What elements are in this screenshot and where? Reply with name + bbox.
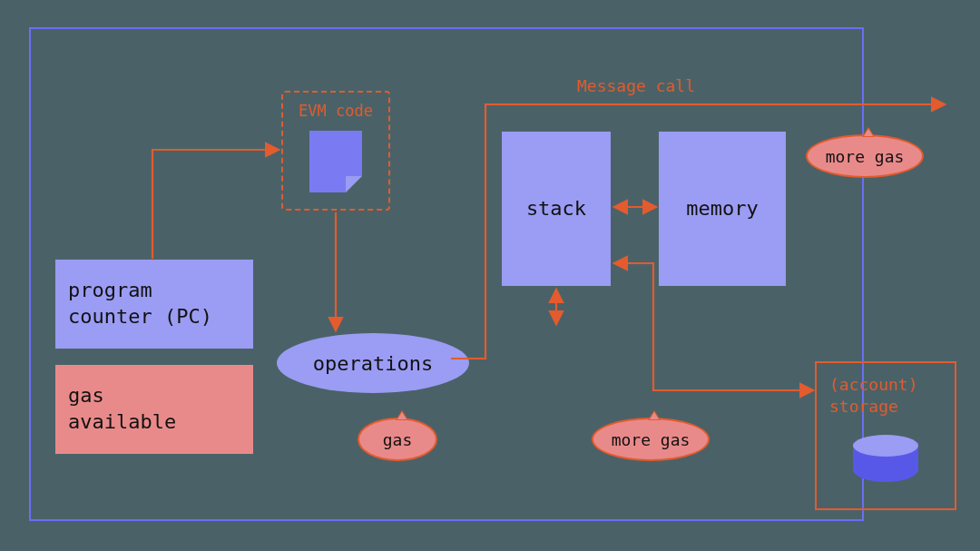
program-counter-box: programcounter (PC) bbox=[55, 260, 253, 349]
gas-available-label: gasavailable bbox=[68, 383, 176, 435]
evm-code-label: EVM code bbox=[299, 102, 373, 120]
program-counter-label: programcounter (PC) bbox=[68, 278, 212, 330]
operations-label: operations bbox=[313, 352, 433, 375]
stack-box: stack bbox=[502, 132, 611, 286]
gas-available-box: gasavailable bbox=[55, 365, 253, 454]
more-gas-label-2: more gas bbox=[826, 147, 905, 166]
gas-bubble-label: gas bbox=[383, 430, 413, 449]
account-storage-label-1: (account) bbox=[829, 375, 918, 394]
gas-bubble: gas bbox=[358, 418, 437, 461]
evm-code-box: EVM code bbox=[281, 91, 390, 211]
stack-label: stack bbox=[526, 196, 586, 222]
operations-ellipse: operations bbox=[277, 333, 469, 393]
more-gas-bubble-top: more gas bbox=[806, 134, 924, 178]
account-storage-label-2: storage bbox=[829, 397, 898, 416]
memory-box: memory bbox=[659, 132, 786, 286]
message-call-label: Message call bbox=[577, 76, 695, 95]
cylinder-icon bbox=[853, 435, 918, 482]
document-icon bbox=[309, 131, 362, 192]
account-storage-box: (account) storage bbox=[815, 361, 956, 510]
memory-label: memory bbox=[686, 196, 758, 222]
more-gas-label-1: more gas bbox=[612, 430, 691, 449]
more-gas-bubble-bottom: more gas bbox=[592, 418, 710, 461]
